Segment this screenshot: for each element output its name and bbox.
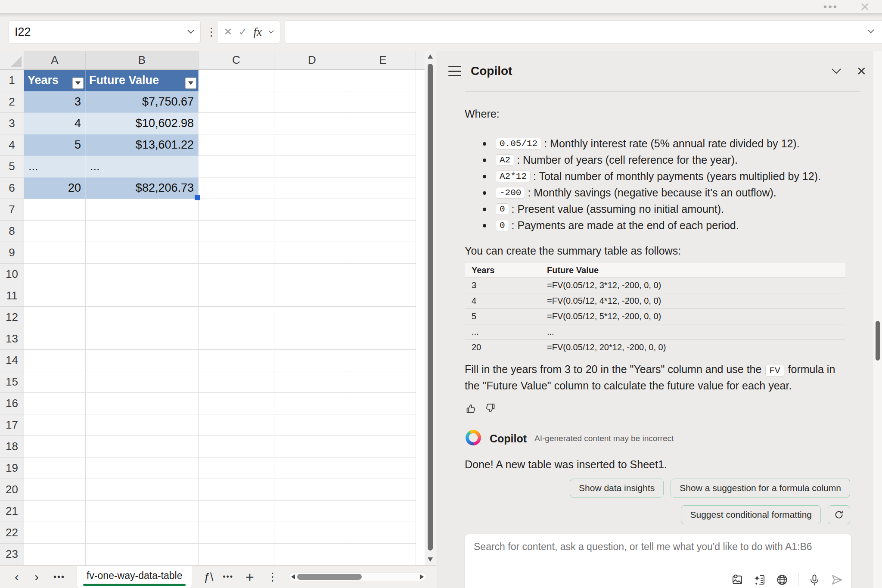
row-header-18[interactable]: 18 — [0, 436, 24, 457]
cell-D10[interactable] — [274, 264, 350, 285]
cell-E17[interactable] — [350, 414, 416, 436]
cell-B6[interactable]: $82,206.73 — [86, 177, 199, 199]
cell-B19[interactable] — [86, 457, 199, 479]
cell-D14[interactable] — [274, 350, 350, 371]
cell-A21[interactable] — [24, 501, 86, 522]
cell-E9[interactable] — [350, 242, 416, 264]
cell-E21[interactable] — [350, 501, 416, 522]
cell-E7[interactable] — [350, 199, 416, 221]
cell-C20[interactable] — [199, 479, 274, 501]
cell-E14[interactable] — [350, 350, 416, 371]
cell-B22[interactable] — [86, 522, 199, 544]
cell-E4[interactable] — [350, 134, 416, 156]
cell-E1[interactable] — [350, 70, 416, 91]
cell-D3[interactable] — [274, 113, 350, 134]
row-header-5[interactable]: 5 — [0, 156, 24, 177]
cell-C18[interactable] — [199, 436, 274, 457]
cell-D2[interactable] — [274, 91, 350, 113]
row-header-13[interactable]: 13 — [0, 328, 24, 350]
cell-C12[interactable] — [199, 307, 274, 328]
selection-fill-handle[interactable] — [195, 195, 200, 200]
scroll-up-icon[interactable] — [428, 54, 433, 59]
thumbs-down-icon[interactable] — [484, 402, 497, 414]
cell-D13[interactable] — [274, 328, 350, 350]
cell-E19[interactable] — [350, 457, 416, 479]
cell-A8[interactable] — [24, 221, 86, 242]
cell-E12[interactable] — [350, 307, 416, 328]
column-header-A[interactable]: A — [24, 51, 86, 69]
cell-B20[interactable] — [86, 479, 199, 501]
cell-A16[interactable] — [24, 393, 86, 414]
send-icon[interactable] — [830, 573, 843, 586]
cell-D21[interactable] — [274, 501, 350, 522]
active-sheet-tab[interactable]: fv-one-way-data-table — [77, 566, 192, 588]
cell-C10[interactable] — [199, 264, 274, 285]
insert-function-icon[interactable]: fx — [254, 25, 262, 39]
partial-sheet-tab[interactable]: ƒ\ — [204, 570, 213, 584]
cell-A14[interactable] — [24, 350, 86, 371]
cell-C15[interactable] — [199, 371, 274, 393]
sheet-nav-more-button[interactable]: ••• — [53, 572, 65, 582]
suggestion-button-0[interactable]: Show data insights — [570, 479, 664, 498]
cell-B4[interactable]: $13,601.22 — [86, 134, 199, 156]
cancel-icon[interactable]: ✕ — [224, 26, 232, 38]
horizontal-scroll-thumb[interactable] — [297, 574, 362, 580]
row-header-8[interactable]: 8 — [0, 221, 24, 242]
cell-B16[interactable] — [86, 393, 199, 414]
cell-A20[interactable] — [24, 479, 86, 501]
row-header-19[interactable]: 19 — [0, 457, 24, 479]
prev-sheet-button[interactable]: ‹ — [15, 570, 19, 583]
cell-C13[interactable] — [199, 328, 274, 350]
suggestion-button-1[interactable]: Show a suggestion for a formula column — [671, 479, 850, 498]
cell-C21[interactable] — [199, 501, 274, 522]
cell-D19[interactable] — [274, 457, 350, 479]
row-header-20[interactable]: 20 — [0, 479, 24, 501]
cell-E5[interactable] — [350, 156, 416, 177]
cell-E13[interactable] — [350, 328, 416, 350]
scroll-down-icon[interactable] — [428, 557, 433, 562]
sheet-menu-button[interactable]: ⋮ — [267, 570, 278, 584]
cell-A22[interactable] — [24, 522, 86, 544]
filter-dropdown-icon[interactable] — [185, 78, 196, 89]
cell-E15[interactable] — [350, 371, 416, 393]
row-header-14[interactable]: 14 — [0, 350, 24, 371]
cell-C9[interactable] — [199, 242, 274, 264]
cell-E23[interactable] — [350, 544, 416, 565]
next-sheet-button[interactable]: › — [34, 570, 39, 583]
cell-C5[interactable] — [199, 156, 274, 177]
grid-vertical-scrollbar[interactable] — [425, 51, 436, 565]
cell-D22[interactable] — [274, 522, 350, 544]
cell-C16[interactable] — [199, 393, 274, 414]
cell-D16[interactable] — [274, 393, 350, 414]
scroll-right-icon[interactable] — [420, 574, 424, 579]
row-header-9[interactable]: 9 — [0, 242, 24, 264]
cell-B12[interactable] — [86, 307, 199, 328]
panel-scrollbar-track[interactable] — [873, 51, 882, 588]
cell-D9[interactable] — [274, 242, 350, 264]
cell-B3[interactable]: $10,602.98 — [86, 113, 199, 134]
cell-D12[interactable] — [274, 307, 350, 328]
cell-D20[interactable] — [274, 479, 350, 501]
cell-A17[interactable] — [24, 414, 86, 436]
cell-C17[interactable] — [199, 414, 274, 436]
fx-chevron-icon[interactable] — [268, 30, 274, 34]
panel-scroll-thumb[interactable] — [876, 321, 880, 361]
cell-D18[interactable] — [274, 436, 350, 457]
copilot-input[interactable]: Search for content, ask a question, or t… — [474, 541, 812, 553]
cell-E16[interactable] — [350, 393, 416, 414]
row-header-4[interactable]: 4 — [0, 134, 24, 156]
collapse-panel-icon[interactable] — [832, 68, 841, 74]
name-box-chevron-icon[interactable] — [187, 30, 194, 34]
cell-B7[interactable] — [86, 199, 199, 221]
cell-C11[interactable] — [199, 285, 274, 307]
cell-A10[interactable] — [24, 264, 86, 285]
column-header-C[interactable]: C — [199, 51, 274, 69]
cell-D8[interactable] — [274, 221, 350, 242]
cell-D1[interactable] — [274, 70, 350, 91]
cell-A19[interactable] — [24, 457, 86, 479]
cell-A5[interactable]: ... — [24, 156, 86, 177]
row-header-12[interactable]: 12 — [0, 307, 24, 328]
cell-D4[interactable] — [274, 134, 350, 156]
column-header-B[interactable]: B — [86, 51, 199, 69]
cell-C1[interactable] — [199, 70, 274, 91]
